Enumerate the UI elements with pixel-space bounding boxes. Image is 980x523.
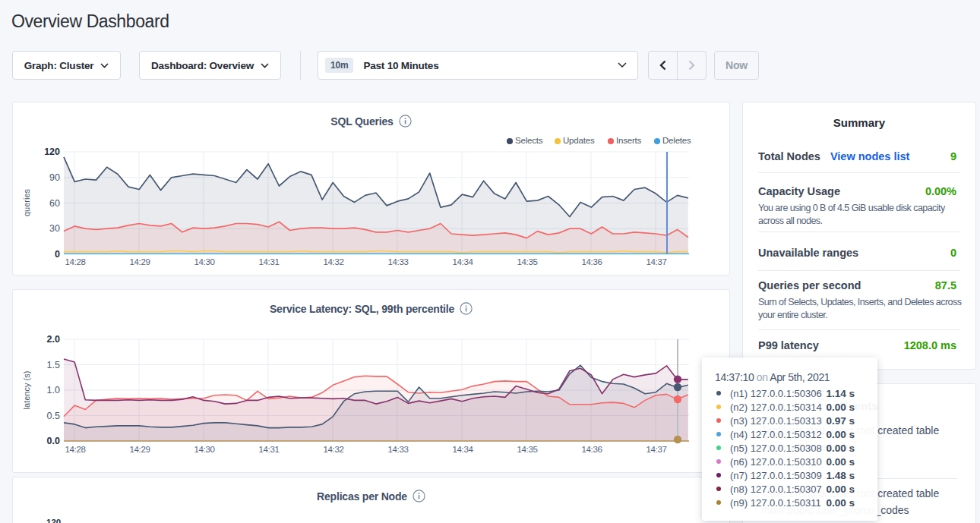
svg-text:latency (s): latency (s) bbox=[22, 371, 31, 410]
svg-text:14:33: 14:33 bbox=[388, 257, 409, 266]
svg-text:14:36: 14:36 bbox=[582, 257, 602, 266]
svg-text:14:31: 14:31 bbox=[259, 257, 280, 266]
svg-text:14:29: 14:29 bbox=[130, 257, 150, 266]
svg-text:14:30: 14:30 bbox=[194, 445, 215, 454]
svg-text:60: 60 bbox=[49, 198, 60, 209]
svg-text:90: 90 bbox=[49, 172, 60, 183]
svg-text:14:34: 14:34 bbox=[453, 257, 474, 266]
svg-text:30: 30 bbox=[49, 223, 60, 234]
svg-text:14:34: 14:34 bbox=[453, 445, 474, 454]
svg-text:14:28: 14:28 bbox=[65, 257, 86, 266]
svg-text:1.0: 1.0 bbox=[47, 385, 60, 395]
svg-text:14:37: 14:37 bbox=[646, 257, 667, 266]
svg-text:2.0: 2.0 bbox=[47, 334, 60, 345]
svg-text:14:37: 14:37 bbox=[646, 445, 667, 454]
svg-text:14:35: 14:35 bbox=[517, 257, 538, 266]
svg-text:14:35: 14:35 bbox=[517, 445, 538, 454]
svg-text:queries: queries bbox=[22, 188, 31, 216]
svg-text:14:30: 14:30 bbox=[194, 257, 215, 266]
svg-text:14:29: 14:29 bbox=[130, 445, 150, 454]
svg-text:14:36: 14:36 bbox=[582, 445, 602, 454]
svg-text:120: 120 bbox=[44, 147, 60, 157]
svg-text:14:28: 14:28 bbox=[65, 445, 86, 454]
svg-text:14:32: 14:32 bbox=[324, 257, 344, 266]
svg-text:14:31: 14:31 bbox=[259, 445, 280, 454]
svg-text:0.0: 0.0 bbox=[47, 436, 60, 446]
svg-text:0.5: 0.5 bbox=[47, 411, 60, 421]
svg-text:1.5: 1.5 bbox=[47, 360, 60, 370]
svg-text:0: 0 bbox=[55, 249, 60, 260]
svg-text:14:32: 14:32 bbox=[324, 445, 344, 454]
svg-text:14:33: 14:33 bbox=[388, 445, 409, 454]
